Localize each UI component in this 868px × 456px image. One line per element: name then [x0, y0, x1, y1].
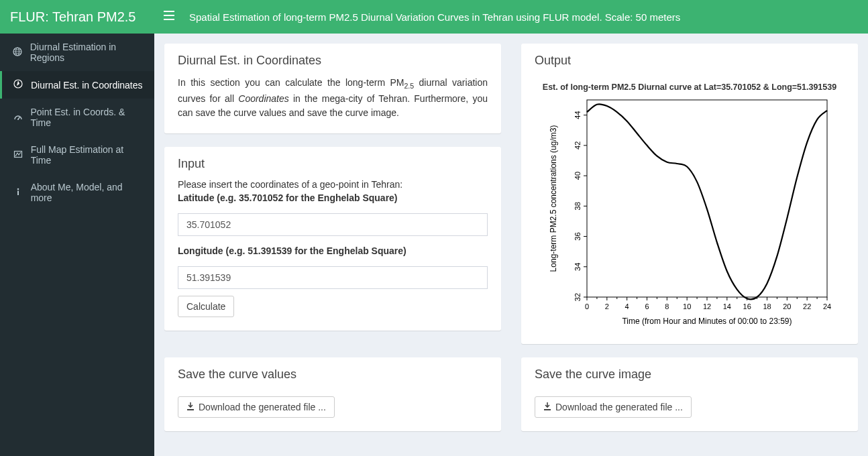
- svg-text:12: 12: [703, 302, 711, 310]
- sidebar-item-full-map[interactable]: Full Map Estimation at Time: [0, 136, 154, 174]
- svg-text:38: 38: [574, 202, 582, 210]
- card-description: In this section you can calculate the lo…: [178, 76, 488, 120]
- map-icon: [12, 150, 24, 161]
- calculate-button[interactable]: Calculate: [178, 296, 234, 317]
- svg-text:Time (from Hour and Minutes of: Time (from Hour and Minutes of 00:00 to …: [622, 317, 792, 326]
- download-values-button[interactable]: Download the generated file ...: [178, 396, 335, 418]
- sidebar-item-label: About Me, Model, and more: [31, 182, 144, 203]
- sidebar-item-coordinates[interactable]: Diurnal Est. in Coordinates: [0, 71, 154, 99]
- sidebar-item-label: Full Map Estimation at Time: [31, 144, 144, 166]
- svg-rect-7: [587, 100, 827, 297]
- download-icon: [543, 402, 551, 412]
- longitude-input[interactable]: [178, 266, 488, 289]
- globe-icon: [12, 47, 23, 58]
- sidebar-item-label: Point Est. in Coords. & Time: [30, 107, 144, 128]
- svg-text:24: 24: [823, 302, 831, 310]
- svg-text:16: 16: [743, 302, 751, 310]
- svg-text:34: 34: [574, 263, 582, 271]
- card-input: Input Please insert the coordinates of a…: [164, 147, 501, 331]
- top-description: Spatial Estimation of long-term PM2.5 Di…: [184, 11, 680, 23]
- card-title: Output: [535, 54, 845, 68]
- card-output: Output Est. of long-term PM2.5 Diurnal c…: [521, 44, 858, 344]
- svg-text:4: 4: [625, 302, 629, 310]
- card-save-values: Save the curve values Download the gener…: [164, 357, 501, 431]
- svg-text:6: 6: [645, 302, 649, 310]
- input-prompt: Please insert the coordinates of a geo-p…: [178, 179, 488, 190]
- svg-text:36: 36: [574, 232, 582, 240]
- sidebar-item-regions[interactable]: Diurnal Estimation in Regions: [0, 34, 154, 71]
- sidebar-item-about[interactable]: About Me, Model, and more: [0, 174, 154, 211]
- topbar: FLUR: Tehran PM2.5 Spatial Estimation of…: [0, 0, 868, 34]
- svg-text:10: 10: [683, 302, 691, 310]
- latitude-input[interactable]: [178, 213, 488, 236]
- longitude-label: Longitude (e.g. 51.391539 for the Enghel…: [178, 245, 488, 256]
- svg-text:22: 22: [803, 302, 811, 310]
- svg-text:42: 42: [574, 141, 582, 150]
- diurnal-curve-chart: 02468101214161820222432343638404244Time …: [545, 96, 834, 331]
- card-title: Save the curve values: [178, 367, 488, 382]
- main-content: Diurnal Est. in Coordinates In this sect…: [154, 34, 868, 456]
- brand-title: FLUR: Tehran PM2.5: [0, 0, 154, 34]
- sidebar: Diurnal Estimation in Regions Diurnal Es…: [0, 34, 154, 456]
- chart-title: Est. of long-term PM2.5 Diurnal curve at…: [535, 82, 845, 92]
- card-save-image: Save the curve image Download the genera…: [521, 357, 858, 431]
- card-title: Diurnal Est. in Coordinates: [178, 54, 488, 68]
- card-title: Input: [178, 157, 488, 171]
- svg-text:40: 40: [574, 172, 582, 180]
- chart-container: Est. of long-term PM2.5 Diurnal curve at…: [535, 76, 845, 331]
- svg-text:Long-term PM2.5 concentrations: Long-term PM2.5 concentrations (ug/m3): [549, 125, 558, 272]
- svg-text:20: 20: [783, 302, 791, 310]
- latitude-label: Latitude (e.g. 35.701052 for the Enghela…: [178, 192, 488, 203]
- hamburger-icon[interactable]: [154, 11, 184, 23]
- svg-point-3: [17, 119, 19, 120]
- svg-point-5: [17, 188, 19, 190]
- download-image-button[interactable]: Download the generated file ...: [535, 396, 692, 418]
- svg-rect-6: [17, 190, 19, 195]
- svg-text:18: 18: [763, 302, 771, 310]
- card-title: Save the curve image: [535, 367, 845, 382]
- dashboard-icon: [12, 112, 23, 123]
- download-icon: [186, 402, 195, 412]
- svg-text:44: 44: [574, 111, 582, 119]
- compass-icon: [12, 79, 24, 91]
- svg-text:8: 8: [665, 302, 669, 310]
- sidebar-item-label: Diurnal Estimation in Regions: [30, 42, 144, 63]
- svg-text:14: 14: [723, 302, 731, 310]
- card-coordinates-desc: Diurnal Est. in Coordinates In this sect…: [164, 44, 501, 133]
- svg-text:2: 2: [605, 302, 609, 310]
- info-icon: [12, 187, 24, 198]
- svg-text:0: 0: [585, 302, 589, 310]
- sidebar-item-label: Diurnal Est. in Coordinates: [31, 80, 143, 91]
- svg-text:32: 32: [574, 293, 582, 301]
- sidebar-item-point-est[interactable]: Point Est. in Coords. & Time: [0, 99, 154, 136]
